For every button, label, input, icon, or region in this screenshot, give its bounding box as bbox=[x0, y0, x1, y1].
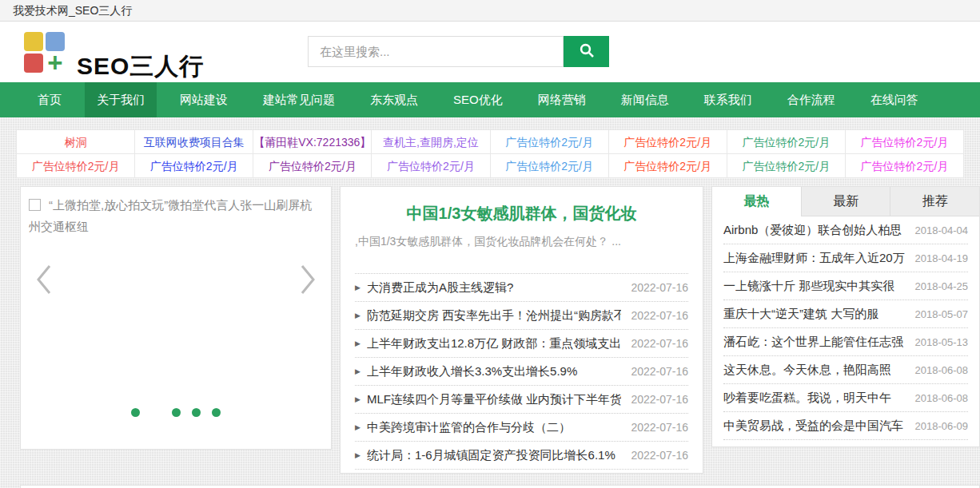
carousel-dot-active[interactable] bbox=[151, 408, 160, 417]
triangle-bullet-icon: ▶ bbox=[355, 395, 361, 403]
featured-panel: 中国1/3女敏感肌群体，国货化妆 ,中国1/3女敏感肌群体，国货化妆品牌机会在何… bbox=[340, 186, 703, 474]
featured-article-title[interactable]: 中国1/3女敏感肌群体，国货化妆 bbox=[355, 203, 688, 224]
logo-yellow-square bbox=[24, 32, 43, 51]
nav-item-viewpoint[interactable]: 东东观点 bbox=[358, 82, 430, 117]
chevron-right-icon bbox=[299, 284, 317, 298]
carousel-prev-button[interactable] bbox=[35, 264, 53, 299]
carousel-dot[interactable] bbox=[172, 408, 181, 417]
news-item-title[interactable]: 上半年财政支出12.8万亿 财政部：重点领域支出有保 bbox=[367, 336, 621, 351]
ad-link[interactable]: 互联网收费项目合集 bbox=[135, 131, 253, 153]
search-input[interactable] bbox=[308, 36, 564, 67]
hot-list-item: Airbnb（爱彼迎）联合创始人柏思 2018-04-04 bbox=[723, 216, 968, 244]
tab-newest[interactable]: 最新 bbox=[801, 187, 890, 216]
carousel-panel: “上微拍堂,放心拍文玩”微拍堂代言人张一山刷屏杭州交通枢纽 bbox=[20, 186, 332, 450]
ad-link[interactable]: 广告位特价2元/月 bbox=[727, 131, 845, 153]
news-list-item: ▶ 上半年财政收入增长3.3%支出增长5.9% 2022-07-16 bbox=[355, 358, 688, 386]
carousel-dot[interactable] bbox=[212, 408, 221, 417]
ad-link[interactable]: 广告位特价2元/月 bbox=[609, 155, 727, 177]
triangle-bullet-icon: ▶ bbox=[355, 423, 361, 431]
news-item-title[interactable]: 上半年财政收入增长3.3%支出增长5.9% bbox=[367, 364, 621, 379]
news-item-title[interactable]: 中美跨境审计监管的合作与分歧（二） bbox=[367, 420, 621, 435]
news-list-item: ▶ 防范延期交房 西安率先出手！沧州提出“购房款不进 2022-07-16 bbox=[355, 302, 688, 330]
hot-item-title[interactable]: 中美贸易战，受益的会是中国汽车 bbox=[723, 419, 907, 434]
site-logo[interactable]: + bbox=[24, 32, 65, 73]
hot-item-title[interactable]: 上海金融理财师：五成年入近20万 bbox=[723, 251, 907, 266]
carousel-checkbox[interactable] bbox=[29, 199, 41, 211]
main-nav: 首页 关于我们 网站建设 建站常见问题 东东观点 SEO优化 网络营销 新闻信息… bbox=[0, 82, 980, 117]
news-list-item: ▶ 中美跨境审计监管的合作与分歧（二） 2022-07-16 bbox=[355, 414, 688, 442]
news-list-item: ▶ MLF连续四个月等量平价续做 业内预计下半年货币政 2022-07-16 bbox=[355, 386, 688, 414]
next-section bbox=[20, 485, 980, 488]
news-item-title[interactable]: 大消费正成为A股主线逻辑? bbox=[367, 280, 621, 296]
ad-link[interactable]: 广告位特价2元/月 bbox=[17, 155, 134, 177]
hot-panel-tabs: 最热 最新 推荐 bbox=[712, 187, 979, 216]
ad-links-table: 树洞 互联网收费项目合集 【莆田鞋VX:7221336】 查机主,查開房,定位 … bbox=[16, 129, 964, 178]
carousel-next-button[interactable] bbox=[299, 264, 317, 299]
tab-recommended[interactable]: 推荐 bbox=[890, 187, 979, 216]
ad-links-row: 树洞 互联网收费项目合集 【莆田鞋VX:7221336】 查机主,查開房,定位 … bbox=[17, 130, 964, 154]
nav-item-seo[interactable]: SEO优化 bbox=[441, 82, 515, 117]
news-item-title[interactable]: MLF连续四个月等量平价续做 业内预计下半年货币政 bbox=[367, 392, 621, 407]
news-list-item: ▶ 统计局：1-6月城镇固定资产投资同比增长6.1% 2022-07-16 bbox=[355, 442, 688, 470]
nav-item-cooperation[interactable]: 合作流程 bbox=[775, 82, 847, 117]
nav-item-marketing[interactable]: 网络营销 bbox=[526, 82, 598, 117]
ad-link[interactable]: 广告位特价2元/月 bbox=[491, 155, 608, 177]
search-button[interactable] bbox=[564, 36, 609, 67]
ad-link[interactable]: 广告位特价2元/月 bbox=[372, 155, 489, 177]
nav-item-home[interactable]: 首页 bbox=[26, 82, 74, 117]
hot-item-date: 2018-05-13 bbox=[915, 336, 969, 348]
hot-list-item: 上海金融理财师：五成年入近20万 2018-04-19 bbox=[723, 244, 968, 272]
news-item-date: 2022-07-16 bbox=[631, 309, 688, 322]
ad-link[interactable]: 广告位特价2元/月 bbox=[846, 131, 963, 153]
carousel-caption-link[interactable]: “上微拍堂,放心拍文玩”微拍堂代言人张一山刷屏杭州交通枢纽 bbox=[29, 198, 312, 233]
news-item-date: 2022-07-16 bbox=[631, 393, 688, 406]
news-item-title[interactable]: 防范延期交房 西安率先出手！沧州提出“购房款不进 bbox=[367, 308, 621, 323]
site-name: SEO三人行 bbox=[77, 50, 204, 83]
ad-links-row: 广告位特价2元/月 广告位特价2元/月 广告位特价2元/月 广告位特价2元/月 … bbox=[17, 154, 964, 178]
hot-item-title[interactable]: 这天休息。今天休息，艳阳高照 bbox=[723, 363, 907, 378]
triangle-bullet-icon: ▶ bbox=[355, 451, 361, 459]
hot-item-title[interactable]: 一上镜涨十斤 那些现实中其实很 bbox=[723, 279, 907, 294]
nav-item-about[interactable]: 关于我们 bbox=[85, 82, 157, 117]
hot-list-item: 潘石屹：这个世界上能管住任志强 2018-05-13 bbox=[723, 328, 968, 356]
nav-item-news[interactable]: 新闻信息 bbox=[609, 82, 681, 117]
hot-list-item: 中美贸易战，受益的会是中国汽车 2018-06-09 bbox=[723, 412, 968, 440]
main-content: “上微拍堂,放心拍文玩”微拍堂代言人张一山刷屏杭州交通枢纽 bbox=[0, 186, 980, 474]
hot-list-item: 一上镜涨十斤 那些现实中其实很 2018-04-25 bbox=[723, 272, 968, 300]
news-item-date: 2022-07-16 bbox=[631, 365, 688, 378]
ad-link[interactable]: 树洞 bbox=[17, 131, 134, 153]
hot-item-date: 2018-05-07 bbox=[915, 308, 969, 320]
ad-link[interactable]: 广告位特价2元/月 bbox=[135, 155, 253, 177]
hot-item-date: 2018-04-19 bbox=[915, 252, 969, 264]
ad-link[interactable]: 广告位特价2元/月 bbox=[253, 155, 371, 177]
nav-item-faq[interactable]: 建站常见问题 bbox=[251, 82, 347, 117]
tab-hottest[interactable]: 最热 bbox=[712, 187, 801, 216]
hot-news-panel: 最热 最新 推荐 Airbnb（爱彼迎）联合创始人柏思 2018-04-04 上… bbox=[711, 186, 980, 447]
site-header: + SEO三人行 bbox=[0, 22, 980, 82]
ad-link[interactable]: 【莆田鞋VX:7221336】 bbox=[253, 131, 371, 153]
nav-item-qa[interactable]: 在线问答 bbox=[858, 82, 930, 117]
triangle-bullet-icon: ▶ bbox=[355, 339, 361, 347]
carousel-dot[interactable] bbox=[192, 408, 201, 417]
hot-item-title[interactable]: Airbnb（爱彼迎）联合创始人柏思 bbox=[723, 223, 907, 238]
ad-link[interactable]: 广告位特价2元/月 bbox=[846, 155, 963, 177]
page-title-bar: 我爱技术网_SEO三人行 bbox=[0, 0, 980, 22]
carousel-caption-row: “上微拍堂,放心拍文玩”微拍堂代言人张一山刷屏杭州交通枢纽 bbox=[21, 187, 331, 237]
logo-red-square bbox=[24, 54, 43, 73]
featured-article-excerpt: ,中国1/3女敏感肌群体，国货化妆品牌机会在何处？ ... bbox=[355, 235, 688, 249]
ad-link[interactable]: 查机主,查開房,定位 bbox=[372, 131, 489, 153]
ad-link[interactable]: 广告位特价2元/月 bbox=[609, 131, 727, 153]
news-list-item: ▶ 上半年财政支出12.8万亿 财政部：重点领域支出有保 2022-07-16 bbox=[355, 330, 688, 358]
hot-list-item: 重庆十大“逆天”建筑 大写的服 2018-05-07 bbox=[723, 300, 968, 328]
ad-link[interactable]: 广告位特价2元/月 bbox=[727, 155, 845, 177]
hot-item-title[interactable]: 重庆十大“逆天”建筑 大写的服 bbox=[723, 307, 907, 322]
news-item-title[interactable]: 统计局：1-6月城镇固定资产投资同比增长6.1% bbox=[367, 448, 621, 463]
search-icon bbox=[579, 42, 595, 61]
hot-item-title[interactable]: 潘石屹：这个世界上能管住任志强 bbox=[723, 335, 907, 350]
carousel-dot[interactable] bbox=[131, 408, 140, 417]
hot-item-title[interactable]: 吵着要吃蛋糕。我说，明天中午 bbox=[723, 391, 907, 406]
nav-item-website-build[interactable]: 网站建设 bbox=[168, 82, 240, 117]
nav-item-contact[interactable]: 联系我们 bbox=[692, 82, 764, 117]
ad-link[interactable]: 广告位特价2元/月 bbox=[491, 131, 608, 153]
hot-item-date: 2018-06-08 bbox=[915, 364, 969, 376]
